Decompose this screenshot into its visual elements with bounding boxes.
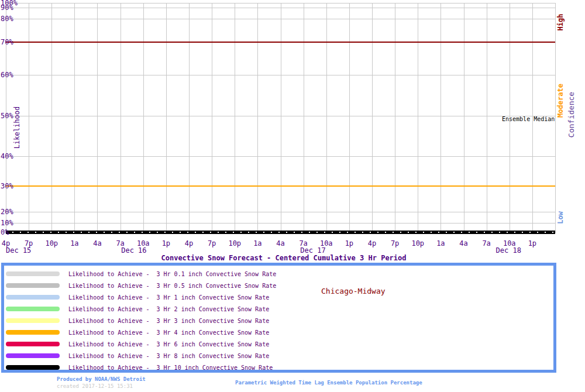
legend-swatch bbox=[6, 342, 60, 346]
legend-label: Likelihood to Achieve - 3 Hr 8 inch Conv… bbox=[68, 353, 269, 359]
legend-label: Likelihood to Achieve - 3 Hr 3 inch Conv… bbox=[68, 318, 269, 324]
x-tick-label: 4a bbox=[276, 239, 284, 247]
horizontal-gridline bbox=[6, 212, 555, 212]
vertical-gridline bbox=[487, 3, 487, 233]
vertical-gridline bbox=[97, 3, 98, 233]
chart-title: Convective Snow Forecast - Centered Cumu… bbox=[0, 254, 567, 262]
x-tick-label: 4a bbox=[459, 239, 467, 247]
legend-item: Likelihood to Achieve - 3 Hr 8 inch Conv… bbox=[6, 350, 269, 362]
legend-swatch bbox=[6, 318, 60, 323]
x-tick-label: 1p bbox=[162, 239, 170, 247]
vertical-gridline bbox=[257, 3, 258, 233]
vertical-gridline bbox=[235, 3, 235, 233]
legend-box: Likelihood to Achieve - 3 Hr 0.1 inch Co… bbox=[1, 263, 556, 373]
confidence-zone-label-low: Low bbox=[556, 211, 565, 224]
vertical-gridline bbox=[326, 3, 327, 233]
legend-swatch bbox=[6, 283, 60, 288]
reference-line-70pct bbox=[6, 42, 555, 43]
date-label: Dec 18 bbox=[496, 246, 521, 255]
vertical-gridline bbox=[441, 3, 441, 233]
confidence-zone-label-high: High bbox=[556, 14, 565, 31]
vertical-gridline bbox=[51, 3, 52, 233]
y-tick-label: 70% bbox=[1, 38, 13, 46]
vertical-gridline bbox=[121, 3, 121, 233]
x-tick-label: 1a bbox=[436, 239, 445, 247]
vertical-gridline bbox=[395, 3, 395, 233]
ensemble-median-label: Ensemble Median bbox=[502, 116, 555, 122]
y-tick-label: 20% bbox=[1, 208, 13, 216]
vertical-gridline bbox=[189, 3, 190, 233]
x-tick-label: 10p bbox=[45, 239, 58, 247]
date-label: Dec 16 bbox=[121, 246, 146, 255]
horizontal-gridline bbox=[6, 156, 555, 157]
y-tick-label: 80% bbox=[1, 15, 13, 23]
zero-percent-data-band bbox=[6, 231, 555, 234]
legend-label: Likelihood to Achieve - 3 Hr 2 inch Conv… bbox=[68, 306, 269, 312]
product-description: Parametric Weighted Time Lag Ensemble Po… bbox=[235, 380, 422, 386]
ensemble-median-dotted-line bbox=[6, 232, 555, 233]
convective-snow-forecast-chart: 100%90%80%70%60%50%40%30%20%10%0% 4p7p10… bbox=[0, 0, 585, 392]
vertical-gridline bbox=[464, 3, 464, 233]
legend-swatch bbox=[6, 295, 60, 300]
reference-line-30pct bbox=[6, 185, 555, 187]
right-axis-title: Confidence bbox=[567, 92, 576, 137]
legend-label: Likelihood to Achieve - 3 Hr 10 inch Con… bbox=[68, 365, 273, 371]
x-tick-label: 1a bbox=[70, 239, 78, 247]
horizontal-gridline bbox=[6, 75, 555, 75]
vertical-gridline bbox=[143, 3, 144, 233]
produced-by-credit: Produced by NOAA/NWS Detroit bbox=[57, 376, 146, 382]
horizontal-gridline bbox=[6, 116, 555, 116]
x-tick-label: 4p bbox=[368, 239, 376, 247]
plot-area bbox=[6, 3, 555, 233]
legend-swatch bbox=[6, 365, 60, 370]
y-tick-label: 30% bbox=[1, 182, 13, 190]
vertical-gridline bbox=[281, 3, 281, 233]
x-tick-label: 7a bbox=[482, 239, 490, 247]
vertical-gridline bbox=[29, 3, 29, 233]
vertical-gridline bbox=[372, 3, 373, 233]
vertical-gridline bbox=[555, 3, 556, 233]
y-tick-label: 90% bbox=[1, 4, 13, 12]
legend-item: Likelihood to Achieve - 3 Hr 1 inch Conv… bbox=[6, 291, 269, 303]
station-name: Chicago-Midway bbox=[321, 287, 386, 295]
confidence-zone-label-moderate: Moderate bbox=[556, 84, 565, 118]
y-tick-label: 40% bbox=[1, 152, 13, 160]
x-tick-label: 7p bbox=[208, 239, 216, 247]
horizontal-gridline bbox=[6, 223, 555, 223]
legend-label: Likelihood to Achieve - 3 Hr 0.1 inch Co… bbox=[68, 271, 276, 277]
y-tick-label: 10% bbox=[1, 219, 13, 227]
legend-label: Likelihood to Achieve - 3 Hr 1 inch Conv… bbox=[68, 294, 269, 301]
created-timestamp: created 2017-12-15 15:31 bbox=[57, 383, 133, 389]
date-label: Dec 17 bbox=[300, 246, 325, 255]
vertical-gridline bbox=[166, 3, 167, 233]
x-tick-label: 10p bbox=[411, 239, 424, 247]
legend-swatch bbox=[6, 271, 60, 276]
x-tick-label: 4p bbox=[185, 239, 193, 247]
legend-item: Likelihood to Achieve - 3 Hr 0.5 inch Co… bbox=[6, 280, 276, 291]
legend-swatch bbox=[6, 353, 60, 358]
x-tick-label: 4a bbox=[93, 239, 101, 247]
date-label: Dec 15 bbox=[6, 246, 31, 255]
horizontal-gridline bbox=[6, 19, 555, 19]
vertical-gridline bbox=[74, 3, 75, 233]
legend-swatch bbox=[6, 307, 60, 311]
horizontal-gridline bbox=[6, 8, 555, 8]
x-tick-label: 7p bbox=[391, 239, 399, 247]
legend-item: Likelihood to Achieve - 3 Hr 0.1 inch Co… bbox=[6, 268, 276, 280]
vertical-gridline bbox=[212, 3, 212, 233]
legend-label: Likelihood to Achieve - 3 Hr 6 inch Conv… bbox=[68, 341, 269, 348]
vertical-gridline bbox=[304, 3, 304, 233]
horizontal-gridline bbox=[6, 3, 555, 4]
x-tick-label: 1p bbox=[528, 239, 536, 247]
vertical-gridline bbox=[418, 3, 418, 233]
y-axis-title: Likelihood bbox=[13, 106, 21, 149]
y-tick-label: 50% bbox=[1, 112, 13, 120]
x-tick-label: 10p bbox=[228, 239, 241, 247]
legend-item: Likelihood to Achieve - 3 Hr 6 inch Conv… bbox=[6, 338, 269, 350]
legend-item: Likelihood to Achieve - 3 Hr 4 inch Conv… bbox=[6, 326, 269, 338]
legend-item: Likelihood to Achieve - 3 Hr 10 inch Con… bbox=[6, 362, 273, 373]
x-tick-label: 1a bbox=[253, 239, 261, 247]
legend-item: Likelihood to Achieve - 3 Hr 2 inch Conv… bbox=[6, 303, 269, 315]
y-tick-label: 60% bbox=[1, 71, 13, 79]
legend-label: Likelihood to Achieve - 3 Hr 0.5 inch Co… bbox=[68, 283, 276, 289]
